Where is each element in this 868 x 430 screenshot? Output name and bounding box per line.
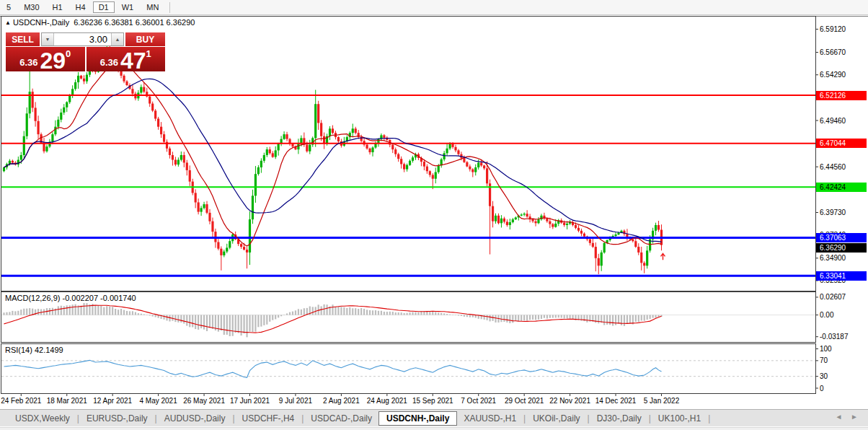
price-level-badge: 6.47044 — [816, 139, 867, 148]
tab-ukoil-daily[interactable]: UKOil-,Daily — [526, 411, 586, 426]
markers-layer — [660, 253, 665, 260]
tab-separator: | — [708, 413, 710, 424]
date-tick-label: 22 Nov 2021 — [549, 397, 590, 405]
rsi-tick-label: 30 — [820, 372, 828, 380]
date-tick-label: 24 Feb 2021 — [1, 397, 41, 405]
buy-price-base: 6.36 — [100, 57, 118, 68]
tab-scroll-controls: ◄ ► — [828, 413, 858, 421]
price-level-badge: 6.52126 — [816, 91, 867, 100]
tab-separator: | — [232, 413, 234, 424]
tab-separator: | — [649, 413, 651, 424]
tab-xauusd-h1[interactable]: XAUUSD-,H1 — [457, 411, 523, 426]
sell-button[interactable]: SELL — [6, 32, 40, 46]
sell-price-base: 6.36 — [19, 57, 37, 68]
price-arrow-marker — [660, 253, 665, 260]
price-tick-label: 6.59120 — [820, 25, 846, 33]
tab-usdchf-h4[interactable]: USDCHF-,H4 — [236, 411, 301, 426]
chart-title: ▲USDCNH-,Daily6.36236 6.36381 6.36001 6.… — [5, 18, 195, 27]
buy-price-box[interactable]: 6.36471 — [87, 47, 166, 71]
price-level-badge: 6.37063 — [816, 233, 867, 242]
date-tick-label: 5 Jan 2022 — [644, 397, 680, 405]
tab-usdcnh-daily[interactable]: USDCNH-,Daily — [378, 411, 457, 426]
price-level-badge: 6.42424 — [816, 183, 867, 192]
current-price-badge: 6.36290 — [816, 243, 867, 253]
macd-label: MACD(12,26,9) -0.002207 -0.001740 — [5, 294, 136, 302]
volume-spinner: ▼ 3.00 ▲ — [41, 32, 124, 46]
date-tick-label: 17 Jun 2021 — [230, 397, 270, 405]
chart-title-symbol: USDCNH-,Daily — [13, 18, 69, 27]
date-tick-label: 2 Aug 2021 — [323, 397, 360, 405]
rsi-line — [4, 360, 662, 377]
tab-eurusd-daily[interactable]: EURUSD-,Daily — [80, 411, 154, 426]
date-tick-label: 24 Aug 2021 — [367, 397, 407, 405]
rsi-label: RSI(14) 42.1499 — [5, 346, 63, 354]
axis-ticks — [21, 29, 818, 396]
macd-tick-label: 0.00 — [820, 311, 833, 319]
ma-fast-line — [4, 64, 662, 247]
tab-separator: | — [155, 413, 157, 424]
volume-input[interactable]: 3.00 — [54, 33, 111, 45]
tab-separator: | — [301, 413, 304, 424]
tab-uk100-h1[interactable]: UK100-,H1 — [652, 411, 707, 426]
horizontal-level-lines — [1, 95, 815, 276]
price-level-badge: 6.33041 — [816, 271, 867, 281]
trade-panel-prices: 6.36290 6.36471 — [6, 47, 165, 71]
tab-separator: | — [77, 413, 79, 424]
price-tick-label: 6.49460 — [820, 117, 846, 125]
rsi-tick-label: 70 — [820, 356, 828, 364]
trade-panel-controls: SELL ▼ 3.00 ▲ BUY — [6, 32, 165, 46]
triangle-up-icon: ▲ — [115, 37, 120, 42]
tab-audusd-daily[interactable]: AUDUSD-,Daily — [158, 411, 232, 426]
volume-increase-button[interactable]: ▲ — [111, 33, 123, 45]
trade-panel: SELL ▼ 3.00 ▲ BUY 6.36290 6.36471 — [6, 32, 165, 71]
macd-tick-label: 0.02607 — [820, 293, 846, 301]
moving-averages — [4, 64, 662, 247]
date-tick-label: 4 May 2021 — [139, 397, 177, 405]
price-tick-label: 6.39730 — [820, 209, 846, 216]
volume-decrease-button[interactable]: ▼ — [42, 33, 54, 45]
tab-separator: | — [523, 413, 526, 424]
tab-usdcad-daily[interactable]: USDCAD-,Daily — [304, 411, 378, 426]
sell-price-box[interactable]: 6.36290 — [6, 47, 85, 71]
candles-layer — [3, 45, 663, 274]
rsi-layer — [1, 360, 815, 377]
status-strip — [0, 427, 868, 430]
buy-button[interactable]: BUY — [125, 32, 165, 46]
tabs-scroll-left-button[interactable]: ◄ — [835, 413, 842, 421]
sell-price-big: 29 — [40, 51, 66, 71]
sell-price-sup: 0 — [66, 48, 71, 59]
triangle-down-icon: ▼ — [45, 37, 50, 42]
date-tick-label: 29 Oct 2021 — [505, 397, 544, 405]
date-tick-label: 14 Dec 2021 — [595, 397, 637, 405]
symbol-tab-bar: USDX,Weekly|EURUSD-,Daily|AUDUSD-,Daily|… — [0, 409, 868, 426]
symbol-collapse-icon[interactable]: ▲ — [5, 19, 11, 26]
rsi-tick-label: 100 — [820, 345, 832, 353]
tabs-scroll-right-button[interactable]: ► — [851, 413, 858, 421]
rsi-tick-label: 0 — [820, 385, 824, 392]
price-tick-label: 6.54290 — [820, 71, 846, 79]
chart-title-ohlc: 6.36236 6.36381 6.36001 6.36290 — [74, 18, 195, 27]
trading-terminal-window: 5M30H1H4D1W1MN ▲USDCNH-,Daily6.36236 6.3… — [0, 0, 868, 430]
date-tick-label: 18 Mar 2021 — [47, 397, 87, 405]
date-tick-label: 15 Sep 2021 — [412, 397, 453, 405]
price-tick-label: 6.56670 — [820, 48, 846, 56]
macd-tick-label: -0.03187 — [820, 333, 848, 341]
tab-dj30-daily[interactable]: DJ30-,Daily — [590, 411, 648, 426]
buy-price-big: 47 — [120, 51, 146, 71]
price-tick-label: 6.34900 — [820, 254, 846, 262]
tab-separator: | — [588, 413, 590, 424]
macd-layer — [1, 303, 815, 337]
ma-slow-line — [4, 79, 662, 242]
rsi-panel-border — [1, 344, 816, 394]
date-tick-label: 7 Oct 2021 — [461, 397, 496, 405]
date-tick-label: 9 Jul 2021 — [279, 397, 312, 405]
price-tick-label: 6.44560 — [820, 163, 846, 171]
date-tick-label: 12 Apr 2021 — [93, 397, 132, 405]
date-tick-label: 26 May 2021 — [183, 397, 225, 405]
tab-usdx-weekly[interactable]: USDX,Weekly — [9, 411, 76, 426]
buy-price-sup: 1 — [146, 48, 151, 59]
